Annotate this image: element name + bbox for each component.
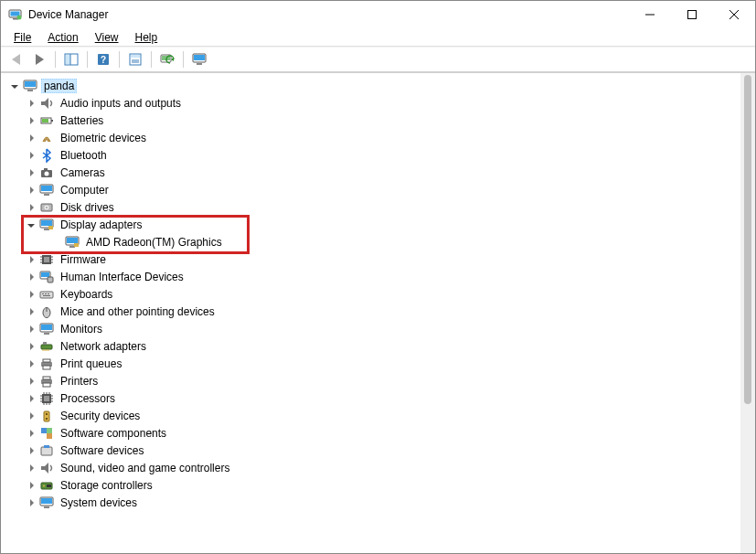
expander[interactable] [25, 496, 37, 509]
svg-rect-68 [41, 345, 52, 349]
svg-rect-56 [41, 272, 49, 277]
expander[interactable] [25, 184, 37, 197]
tree-node-label: Print queues [58, 357, 124, 371]
svg-rect-24 [25, 81, 36, 87]
tree-node-sound[interactable]: Sound, video and game controllers [6, 459, 740, 476]
tree-node-audio[interactable]: Audio inputs and outputs [6, 94, 740, 112]
back-button[interactable] [5, 49, 27, 69]
tree-node-label: Network adapters [58, 339, 149, 354]
expander[interactable] [25, 427, 37, 440]
tree-root[interactable]: panda [6, 77, 740, 94]
expander[interactable] [25, 444, 37, 457]
expander[interactable] [25, 462, 37, 474]
menu-action[interactable]: Action [40, 29, 85, 46]
expander[interactable] [25, 479, 37, 492]
expander[interactable] [25, 201, 37, 214]
svg-rect-99 [47, 428, 52, 433]
devices-and-printers-button[interactable] [188, 49, 210, 69]
tree-node-mice[interactable]: Mice and other pointing devices [6, 303, 740, 320]
scan-hardware-icon [160, 52, 175, 67]
system-devices-icon [39, 495, 54, 510]
keyboard-icon [39, 287, 54, 302]
svg-point-31 [45, 171, 49, 176]
tree-node-label: Monitors [58, 322, 105, 336]
tree-node-label: Biometric devices [58, 131, 149, 145]
tree-node-firmware[interactable]: Firmware [6, 250, 740, 268]
minimize-button[interactable] [629, 1, 671, 28]
tree-node-batteries[interactable]: Batteries [6, 112, 740, 129]
tree-node-storage[interactable]: Storage controllers [6, 476, 740, 494]
svg-rect-28 [51, 120, 53, 122]
expander[interactable] [25, 132, 37, 144]
expander[interactable] [25, 149, 37, 162]
tree-node-display-child[interactable]: AMD Radeon(TM) Graphics [6, 233, 740, 250]
tree-node-hid[interactable]: Human Interface Devices [6, 268, 740, 285]
properties-button[interactable] [124, 49, 146, 69]
tree-node-swdevices[interactable]: Software devices [6, 442, 740, 459]
svg-marker-26 [41, 98, 48, 109]
expander[interactable] [25, 288, 37, 301]
security-icon [39, 409, 54, 423]
maximize-button[interactable] [671, 1, 713, 28]
tree-node-label: Storage controllers [58, 478, 155, 493]
svg-rect-76 [43, 366, 50, 369]
expander[interactable] [25, 392, 37, 405]
tree-node-printers[interactable]: Printers [6, 372, 740, 389]
expander[interactable] [25, 375, 37, 388]
tree-node-label: Bluetooth [58, 148, 110, 163]
chevron-right-icon [30, 325, 34, 333]
close-button[interactable] [713, 1, 755, 28]
device-tree[interactable]: panda Audio inputs and outputs Batteries… [1, 73, 740, 553]
forward-button[interactable] [28, 49, 50, 69]
expander[interactable] [25, 323, 37, 336]
tree-node-security[interactable]: Security devices [6, 407, 740, 424]
svg-point-3 [17, 16, 22, 20]
show-hide-console-button[interactable] [60, 49, 82, 69]
menu-view[interactable]: View [88, 29, 126, 46]
tree-node-keyboards[interactable]: Keyboards [6, 285, 740, 303]
expander[interactable] [25, 218, 37, 231]
tree-node-biometric[interactable]: Biometric devices [6, 129, 740, 146]
vertical-scrollbar[interactable] [740, 73, 755, 553]
tree-node-system[interactable]: System devices [6, 494, 740, 511]
disk-icon [39, 200, 54, 215]
expander[interactable] [25, 253, 37, 266]
expander[interactable] [25, 114, 37, 127]
properties-icon [128, 52, 143, 67]
tree-node-label: Processors [58, 391, 118, 406]
scan-hardware-button[interactable] [156, 49, 178, 69]
tree-node-display[interactable]: Display adapters [6, 216, 740, 233]
toolbar-separator [183, 51, 184, 68]
software-components-icon [39, 426, 54, 441]
expander[interactable] [25, 357, 37, 370]
tree-node-disk[interactable]: Disk drives [6, 198, 740, 216]
tree-node-swcomponents[interactable]: Software components [6, 424, 740, 442]
chevron-right-icon [30, 100, 34, 107]
svg-rect-107 [41, 498, 52, 504]
svg-rect-66 [41, 325, 52, 330]
expander[interactable] [25, 410, 37, 422]
chevron-right-icon [30, 256, 34, 263]
expander[interactable] [8, 80, 21, 92]
expander[interactable] [25, 166, 37, 179]
expander[interactable] [25, 305, 37, 318]
menu-file[interactable]: File [6, 29, 38, 46]
scrollbar-thumb[interactable] [744, 75, 751, 404]
tree-node-bluetooth[interactable]: Bluetooth [6, 146, 740, 164]
help-button[interactable]: ? [92, 49, 114, 69]
tree-node-printq[interactable]: Print queues [6, 355, 740, 372]
expander[interactable] [25, 97, 37, 110]
svg-rect-14 [131, 55, 140, 58]
tree-node-processors[interactable]: Processors [6, 389, 740, 407]
tree-node-computer[interactable]: Computer [6, 181, 740, 198]
expander[interactable] [25, 340, 37, 353]
expander[interactable] [25, 271, 37, 283]
menu-help[interactable]: Help [128, 29, 165, 46]
tree-node-monitors[interactable]: Monitors [6, 320, 740, 337]
chevron-right-icon [30, 395, 34, 402]
tree-node-cameras[interactable]: Cameras [6, 164, 740, 181]
tree-node-network[interactable]: Network adapters [6, 337, 740, 355]
svg-rect-58 [40, 292, 53, 298]
menu-bar: File Action View Help [1, 28, 755, 47]
arrow-right-icon [36, 54, 44, 65]
